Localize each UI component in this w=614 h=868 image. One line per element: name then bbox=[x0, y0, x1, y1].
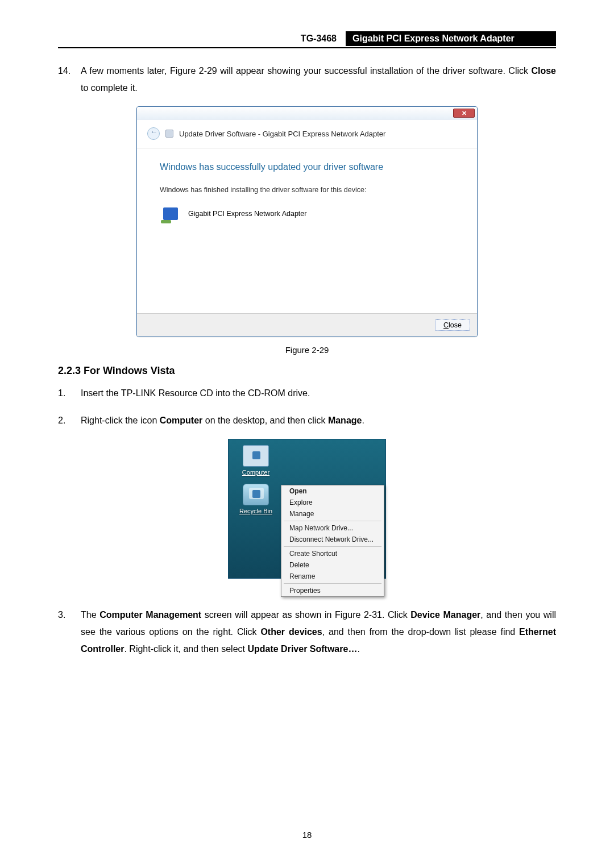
menu-disconnect-drive[interactable]: Disconnect Network Drive... bbox=[281, 534, 384, 545]
dialog-subtitle: Update Driver Software - Gigabit PCI Exp… bbox=[179, 130, 385, 138]
back-icon[interactable] bbox=[147, 127, 160, 140]
step-14: 14. A few moments later, Figure 2-29 wil… bbox=[58, 63, 556, 96]
figure-label-29: Figure 2-29 bbox=[58, 345, 556, 355]
step-body: The Computer Management screen will appe… bbox=[81, 607, 556, 657]
menu-separator bbox=[284, 546, 381, 547]
page-number: 18 bbox=[0, 830, 614, 840]
recycle-bin-label: Recycle Bin bbox=[232, 508, 280, 514]
step-number: 1. bbox=[58, 385, 81, 402]
menu-map-drive[interactable]: Map Network Drive... bbox=[281, 522, 384, 534]
dialog-footer: Close bbox=[137, 313, 477, 337]
device-row: Gigabit PCI Express Network Adapter bbox=[163, 207, 461, 220]
computer-label: Computer bbox=[232, 469, 280, 476]
dialog-titlebar: ✕ bbox=[137, 107, 477, 119]
context-menu: Open Explore Manage Map Network Drive...… bbox=[281, 485, 384, 597]
menu-explore[interactable]: Explore bbox=[281, 497, 384, 508]
page-header: TG-3468 Gigabit PCI Express Network Adap… bbox=[58, 31, 556, 48]
product-title: Gigabit PCI Express Network Adapter bbox=[346, 31, 556, 46]
step-body: A few moments later, Figure 2-29 will ap… bbox=[81, 63, 556, 96]
vista-desktop-screenshot: Computer Recycle Bin Open Explore Manage… bbox=[228, 439, 386, 579]
menu-delete[interactable]: Delete bbox=[281, 559, 384, 571]
step-body: Insert the TP-LINK Resource CD into the … bbox=[81, 385, 556, 402]
fig-ref: Figure 2-29 bbox=[170, 66, 217, 76]
computer-icon bbox=[243, 445, 269, 467]
success-message: Windows has successfully updated your dr… bbox=[160, 162, 461, 172]
close-icon[interactable]: ✕ bbox=[453, 109, 475, 118]
menu-properties[interactable]: Properties bbox=[281, 585, 384, 596]
dialog-subheader: Update Driver Software - Gigabit PCI Exp… bbox=[137, 119, 477, 148]
close-button[interactable]: Close bbox=[435, 319, 470, 331]
computer-desktop-icon[interactable]: Computer bbox=[232, 445, 280, 476]
step-body: Right-click the icon Computer on the des… bbox=[81, 412, 556, 429]
menu-separator bbox=[284, 521, 381, 521]
recycle-bin-desktop-icon[interactable]: Recycle Bin bbox=[232, 484, 280, 514]
menu-open[interactable]: Open bbox=[281, 485, 384, 497]
finished-line: Windows has finished installing the driv… bbox=[160, 186, 461, 194]
text: will appear showing your successful inst… bbox=[217, 66, 532, 76]
step-number: 14. bbox=[58, 63, 81, 96]
device-name: Gigabit PCI Express Network Adapter bbox=[188, 210, 306, 218]
menu-manage[interactable]: Manage bbox=[281, 508, 384, 520]
section-heading-vista: 2.2.3 For Windows Vista bbox=[58, 365, 556, 377]
product-code: TG-3468 bbox=[292, 31, 346, 46]
step-vista-3: 3. The Computer Management screen will a… bbox=[58, 607, 556, 657]
step-number: 2. bbox=[58, 412, 81, 429]
text: A few moments later, bbox=[81, 66, 170, 76]
step-vista-1: 1. Insert the TP-LINK Resource CD into t… bbox=[58, 385, 556, 402]
step-number: 3. bbox=[58, 607, 81, 657]
menu-separator bbox=[284, 583, 381, 584]
dialog-body: Windows has successfully updated your dr… bbox=[137, 148, 477, 313]
menu-rename[interactable]: Rename bbox=[281, 571, 384, 582]
network-adapter-icon bbox=[163, 207, 178, 220]
bold-close: Close bbox=[531, 66, 556, 76]
menu-create-shortcut[interactable]: Create Shortcut bbox=[281, 548, 384, 559]
step-vista-2: 2. Right-click the icon Computer on the … bbox=[58, 412, 556, 429]
recycle-bin-icon bbox=[243, 484, 269, 505]
device-mini-icon bbox=[165, 130, 173, 138]
driver-update-dialog: ✕ Update Driver Software - Gigabit PCI E… bbox=[136, 106, 478, 337]
text: to complete it. bbox=[81, 83, 138, 93]
close-label-rest: lose bbox=[449, 321, 462, 329]
